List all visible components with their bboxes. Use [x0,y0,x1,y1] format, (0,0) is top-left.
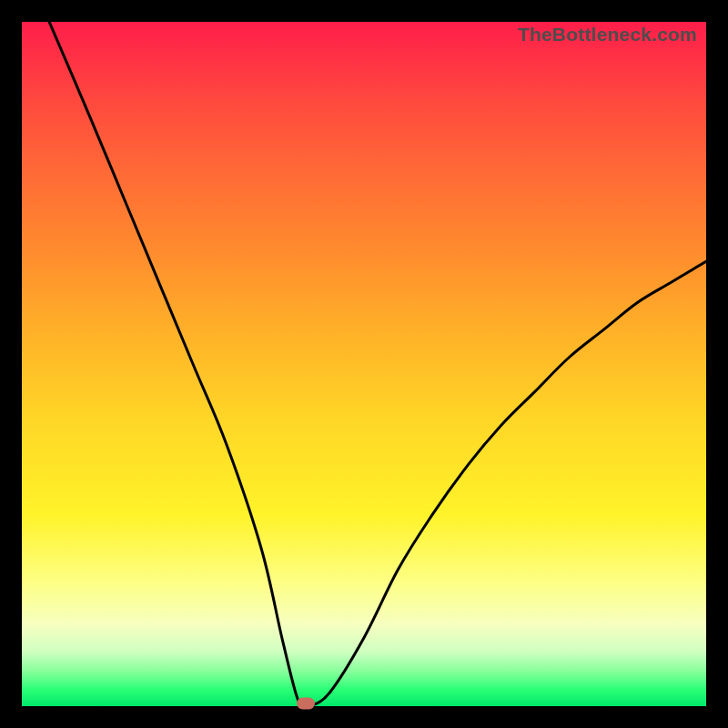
bottleneck-marker [297,698,315,710]
plot-area: TheBottleneck.com [22,22,706,706]
chart-curve [22,22,706,706]
watermark-text: TheBottleneck.com [518,24,697,46]
chart-frame: TheBottleneck.com [0,0,728,728]
